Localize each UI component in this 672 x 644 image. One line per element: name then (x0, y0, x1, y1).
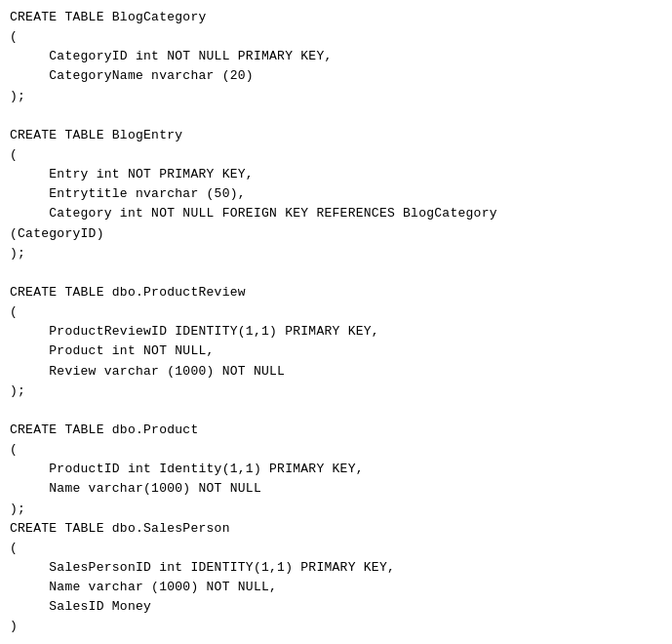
sql-code-block: CREATE TABLE BlogCategory ( CategoryID i… (10, 8, 662, 637)
